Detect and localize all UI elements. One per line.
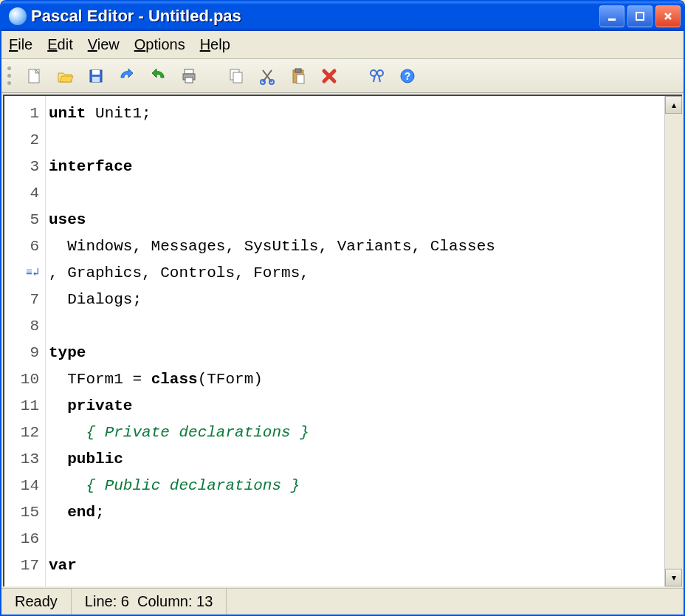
menu-file[interactable]: File — [9, 36, 32, 53]
line-number: 7 — [4, 287, 39, 313]
code-line[interactable]: interface — [49, 154, 664, 180]
code-line[interactable]: public — [49, 446, 664, 473]
code-line[interactable]: TForm1 = class(TForm) — [49, 366, 664, 393]
help-icon[interactable]: ? — [396, 64, 419, 88]
status-line-label: Line: — [85, 593, 117, 610]
line-gutter: 123456≡↲7891011121314151617 — [4, 96, 46, 586]
print-icon[interactable] — [177, 64, 201, 88]
line-number: 9 — [4, 340, 39, 366]
status-col-label: Column: — [137, 593, 192, 610]
menu-edit[interactable]: Edit — [47, 36, 72, 53]
line-number: 3 — [4, 154, 39, 180]
line-number: 16 — [4, 526, 39, 552]
line-number: 15 — [4, 499, 39, 526]
status-position: Line: 6 Column: 13 — [72, 589, 227, 615]
code-line[interactable]: var — [49, 552, 664, 579]
svg-text:?: ? — [405, 70, 411, 82]
redo-icon[interactable] — [146, 64, 170, 88]
svg-rect-0 — [608, 18, 616, 21]
statusbar: Ready Line: 6 Column: 13 — [1, 588, 684, 615]
svg-rect-1 — [636, 13, 644, 20]
editor-area: 123456≡↲7891011121314151617 unit Unit1; … — [3, 95, 682, 586]
app-window: Pascal Editor - Untitled.pas File Edit V… — [0, 0, 685, 616]
maximize-button[interactable] — [627, 5, 653, 27]
code-line[interactable]: private — [49, 393, 664, 420]
app-icon — [9, 7, 27, 25]
line-number: 10 — [4, 366, 39, 393]
close-button[interactable] — [655, 5, 681, 27]
line-number: 6 — [4, 233, 39, 260]
code-line[interactable]: { Private declarations } — [49, 420, 664, 446]
svg-rect-5 — [92, 77, 100, 82]
window-title: Pascal Editor - Untitled.pas — [31, 7, 599, 26]
code-editor[interactable]: unit Unit1; interface uses Windows, Mess… — [46, 96, 664, 586]
code-line[interactable] — [49, 313, 664, 340]
delete-icon[interactable] — [317, 64, 341, 88]
scroll-down-button[interactable]: ▾ — [665, 569, 682, 586]
line-number: 13 — [4, 446, 39, 473]
line-number: 12 — [4, 420, 39, 446]
wrap-indicator-icon: ≡↲ — [4, 260, 39, 287]
toolbar-grip[interactable] — [7, 65, 12, 87]
svg-rect-14 — [295, 69, 301, 72]
code-line[interactable]: Windows, Messages, SysUtils, Variants, C… — [49, 233, 664, 260]
code-line[interactable]: uses — [49, 207, 664, 233]
code-line[interactable]: , Graphics, Controls, Forms, — [49, 260, 664, 287]
code-line[interactable]: end; — [49, 499, 664, 526]
code-line[interactable] — [49, 127, 664, 154]
undo-icon[interactable] — [115, 64, 139, 88]
window-controls — [599, 5, 681, 27]
find-icon[interactable] — [365, 64, 388, 88]
copy-icon[interactable] — [224, 64, 248, 88]
open-icon[interactable] — [53, 64, 77, 88]
line-number: 2 — [4, 127, 39, 154]
line-number: 8 — [4, 313, 39, 340]
code-line[interactable]: Dialogs; — [49, 287, 664, 313]
menu-view[interactable]: View — [88, 36, 120, 53]
svg-rect-4 — [92, 70, 100, 75]
status-ready: Ready — [1, 589, 72, 615]
line-number: 17 — [4, 552, 39, 579]
code-line[interactable]: type — [49, 340, 664, 366]
svg-point-16 — [371, 70, 376, 76]
code-line[interactable] — [49, 526, 664, 552]
svg-rect-15 — [297, 75, 304, 83]
vertical-scrollbar[interactable]: ▴ ▾ — [664, 96, 682, 586]
toolbar: ? — [1, 59, 684, 93]
line-number: 5 — [4, 207, 39, 233]
code-line[interactable]: { Public declarations } — [49, 473, 664, 499]
svg-point-17 — [377, 70, 383, 76]
code-line[interactable]: unit Unit1; — [49, 100, 664, 127]
svg-rect-6 — [185, 69, 193, 74]
status-col-value: 13 — [196, 593, 213, 610]
save-icon[interactable] — [84, 64, 108, 88]
new-icon[interactable] — [22, 64, 46, 88]
svg-rect-8 — [185, 78, 193, 83]
line-number: 4 — [4, 180, 39, 207]
menu-help[interactable]: Help — [200, 36, 230, 53]
code-line[interactable] — [49, 180, 664, 207]
line-number: 11 — [4, 393, 39, 420]
line-number: 1 — [4, 100, 39, 127]
scroll-up-button[interactable]: ▴ — [665, 96, 682, 114]
paste-icon[interactable] — [286, 64, 310, 88]
status-line-value: 6 — [121, 593, 129, 610]
menu-options[interactable]: Options — [134, 36, 185, 53]
minimize-button[interactable] — [599, 5, 624, 27]
scroll-track[interactable] — [665, 114, 682, 569]
line-number: 14 — [4, 473, 39, 499]
menubar: File Edit View Options Help — [1, 31, 684, 59]
titlebar[interactable]: Pascal Editor - Untitled.pas — [1, 1, 684, 31]
cut-icon[interactable] — [255, 64, 279, 88]
svg-rect-10 — [233, 72, 242, 83]
